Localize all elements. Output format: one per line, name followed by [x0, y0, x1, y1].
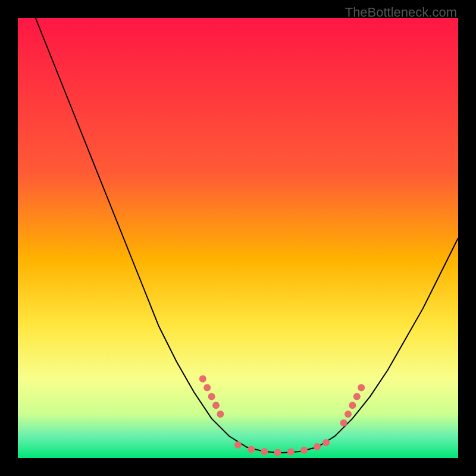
highlight-dot	[199, 375, 206, 383]
highlight-dot	[300, 447, 308, 454]
highlight-dot	[287, 449, 295, 456]
highlight-dot	[340, 419, 347, 427]
highlight-dot	[261, 448, 268, 455]
highlight-dot	[203, 384, 211, 392]
highlight-dot	[358, 384, 365, 392]
highlight-dot	[208, 393, 215, 400]
highlight-dot	[345, 411, 352, 418]
highlight-dot	[353, 393, 361, 400]
highlight-dot	[349, 402, 356, 409]
highlight-dot	[234, 441, 242, 449]
highlight-dot	[248, 446, 255, 453]
chart-background	[18, 18, 458, 458]
highlight-dot	[217, 411, 224, 418]
highlight-dot	[274, 449, 281, 456]
watermark-text: TheBottleneck.com	[345, 5, 457, 20]
highlight-dot	[212, 402, 220, 409]
highlight-dot	[322, 439, 330, 446]
highlight-dot	[314, 443, 321, 450]
chart-svg	[18, 18, 458, 458]
chart-frame	[18, 18, 458, 458]
